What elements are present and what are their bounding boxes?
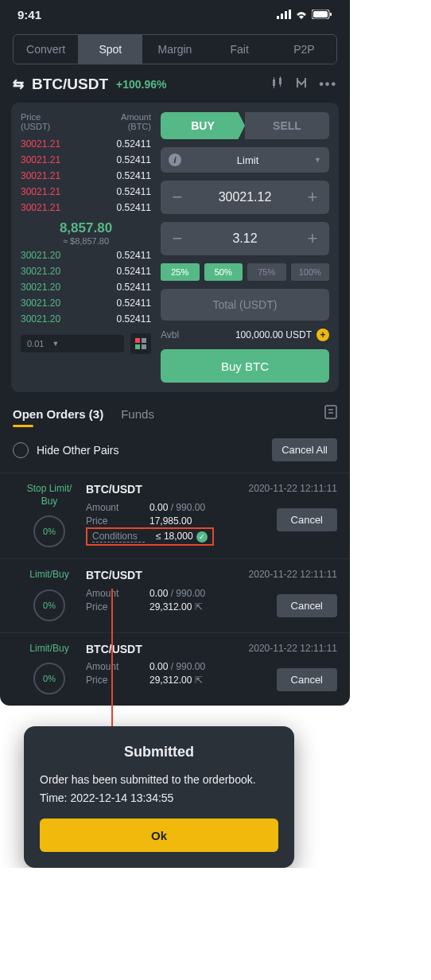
tab-funds[interactable]: Funds <box>121 407 154 421</box>
bid-row[interactable]: 30021.200.52411 <box>21 311 151 327</box>
candlestick-icon[interactable] <box>271 76 284 92</box>
signal-icon <box>277 8 291 21</box>
pct-75[interactable]: 75% <box>247 263 286 281</box>
order-pair: BTC/USDT <box>86 569 249 581</box>
fill-pct-ring: 0% <box>33 589 65 621</box>
bid-row[interactable]: 30021.200.52411 <box>21 263 151 279</box>
order-pair: BTC/USDT <box>86 643 249 655</box>
fill-pct-ring: 0% <box>33 663 65 694</box>
svg-rect-13 <box>135 344 140 349</box>
mid-price: 8,857.80 ≈ $8,857.80 <box>21 216 151 247</box>
sell-tab[interactable]: SELL <box>245 112 329 139</box>
ask-row[interactable]: 30021.210.52411 <box>21 136 151 152</box>
deposit-plus-icon[interactable]: + <box>316 329 329 341</box>
svg-rect-12 <box>142 338 146 343</box>
mode-tabs: Convert Spot Margin Fait P2P <box>13 34 337 64</box>
tab-spot[interactable]: Spot <box>78 35 142 64</box>
hide-other-checkbox[interactable] <box>13 442 29 458</box>
total-input[interactable]: Total (USDT) <box>161 289 329 321</box>
order-timestamp: 2020-11-22 12:11:11 <box>249 483 337 494</box>
svg-rect-5 <box>313 11 328 18</box>
open-order-row: Stop Limit/ Buy 0% BTC/USDT Amount0.00 /… <box>0 472 350 558</box>
ob-amount-header: Amount (BTC) <box>121 112 151 131</box>
svg-rect-11 <box>135 338 140 343</box>
cancel-all-button[interactable]: Cancel All <box>272 438 337 461</box>
plus-button[interactable]: + <box>296 187 329 208</box>
ask-row[interactable]: 30021.210.52411 <box>21 152 151 168</box>
pct-100[interactable]: 100% <box>291 263 330 281</box>
pct-25[interactable]: 25% <box>161 263 200 281</box>
orderbook: Price (USDT) Amount (BTC) 30021.210.5241… <box>21 112 151 383</box>
status-bar: 9:41 <box>0 0 350 25</box>
plus-button[interactable]: + <box>296 228 329 249</box>
order-type-label: Limit/Buy <box>29 569 68 581</box>
order-timestamp: 2020-11-22 12:11:11 <box>249 643 337 654</box>
tab-convert[interactable]: Convert <box>14 35 78 64</box>
amount-input[interactable]: − 3.12 + <box>161 222 329 255</box>
pair-symbol[interactable]: BTC/USDT <box>32 76 108 93</box>
tab-p2p[interactable]: P2P <box>272 35 336 64</box>
open-order-row: Limit/Buy 0% BTC/USDT Amount0.00 / 990.0… <box>0 558 350 632</box>
chevron-down-icon: ▼ <box>52 340 59 348</box>
avbl-value: 100,000.00 USDT <box>184 329 312 340</box>
minus-button[interactable]: − <box>161 187 194 208</box>
buy-tab[interactable]: BUY <box>161 112 245 139</box>
more-icon[interactable]: ••• <box>319 77 337 91</box>
battery-icon <box>312 8 332 21</box>
tab-margin[interactable]: Margin <box>142 35 207 64</box>
svg-rect-10 <box>280 76 281 87</box>
ask-row[interactable]: 30021.210.52411 <box>21 200 151 216</box>
hide-other-label: Hide Other Pairs <box>37 444 118 457</box>
bid-row[interactable]: 30021.200.52411 <box>21 279 151 295</box>
svg-rect-1 <box>281 14 283 19</box>
bid-row[interactable]: 30021.200.52411 <box>21 247 151 263</box>
svg-rect-2 <box>285 11 287 19</box>
cancel-button[interactable]: Cancel <box>277 594 337 617</box>
svg-rect-3 <box>289 10 291 19</box>
minus-button[interactable]: − <box>161 228 194 249</box>
annotation-arrow-icon <box>111 589 113 748</box>
open-order-row: Limit/Buy 0% BTC/USDT Amount0.00 / 990.0… <box>0 632 350 706</box>
price-input[interactable]: − 30021.12 + <box>161 181 329 214</box>
orderbook-view-icon[interactable] <box>130 333 151 354</box>
info-icon[interactable]: i <box>169 154 181 166</box>
conditions-highlight: Conditions ≤ 18,000✓ <box>86 527 214 546</box>
ask-row[interactable]: 30021.210.52411 <box>21 184 151 200</box>
cancel-button[interactable]: Cancel <box>277 508 337 531</box>
share-icon[interactable]: ⇱ <box>195 675 203 686</box>
chevron-down-icon: ▼ <box>314 156 321 164</box>
tab-fait[interactable]: Fait <box>208 35 272 64</box>
pct-50[interactable]: 50% <box>204 263 243 281</box>
order-type-label: Stop Limit/ Buy <box>27 483 72 508</box>
toast-title: Submitted <box>40 744 278 760</box>
layout-icon[interactable] <box>295 76 308 92</box>
svg-rect-0 <box>277 16 279 19</box>
order-timestamp: 2020-11-22 12:11:11 <box>249 569 337 580</box>
share-icon[interactable]: ⇱ <box>195 601 203 612</box>
svg-rect-14 <box>142 344 146 349</box>
ob-price-header: Price (USDT) <box>21 112 50 131</box>
avbl-label: Avbl <box>161 329 179 340</box>
swap-pair-icon[interactable]: ⇆ <box>13 76 24 93</box>
ask-row[interactable]: 30021.210.52411 <box>21 168 151 184</box>
buy-button[interactable]: Buy BTC <box>161 349 329 383</box>
order-pair: BTC/USDT <box>86 483 249 496</box>
tab-open-orders[interactable]: Open Orders (3) <box>13 407 103 421</box>
check-icon: ✓ <box>196 531 208 542</box>
order-type-label: Limit/Buy <box>29 643 68 655</box>
ok-button[interactable]: Ok <box>40 819 278 852</box>
order-type-select[interactable]: i Limit ▼ <box>161 147 329 173</box>
bid-row[interactable]: 30021.200.52411 <box>21 295 151 311</box>
toast-time: Time: 2022-12-14 13:34:55 <box>40 791 278 804</box>
precision-select[interactable]: 0.01▼ <box>21 335 124 352</box>
fill-pct-ring: 0% <box>33 515 65 547</box>
svg-rect-15 <box>325 406 336 418</box>
svg-rect-6 <box>330 13 332 16</box>
pair-change: +100.96% <box>116 78 166 91</box>
history-icon[interactable] <box>324 405 337 422</box>
toast-message: Order has been submitted to the orderboo… <box>40 772 278 788</box>
svg-rect-8 <box>274 77 274 88</box>
wifi-icon <box>295 8 308 21</box>
cancel-button[interactable]: Cancel <box>277 668 337 691</box>
submitted-toast: Submitted Order has been submitted to th… <box>24 726 294 868</box>
